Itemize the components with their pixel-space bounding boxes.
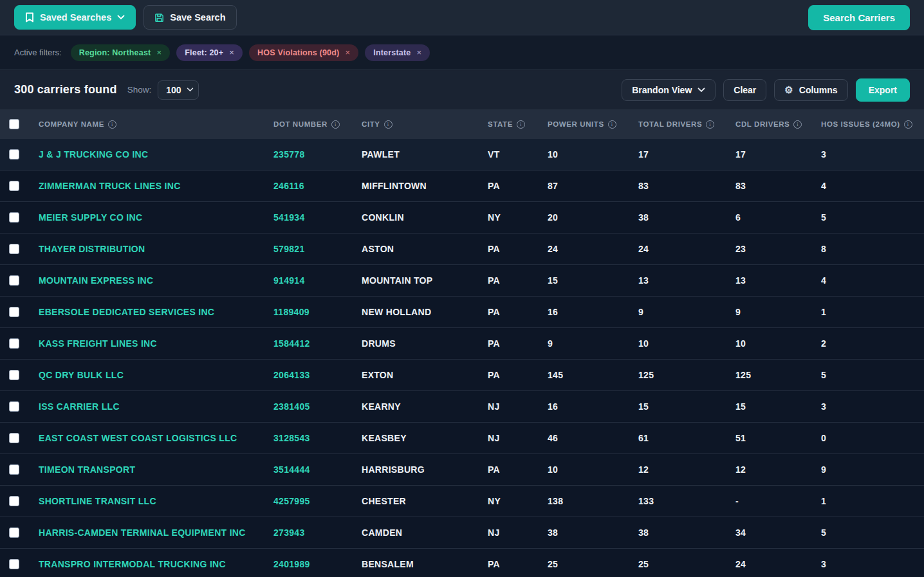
- dot-number-link[interactable]: 2064133: [273, 370, 310, 380]
- info-icon[interactable]: [331, 120, 340, 129]
- column-header-hos-issues[interactable]: HOS ISSUES (24MO): [813, 120, 924, 129]
- company-name-link[interactable]: TIMEON TRANSPORT: [39, 464, 135, 475]
- city-cell: HARRISBURG: [354, 464, 480, 475]
- info-icon[interactable]: [384, 120, 393, 129]
- company-name-link[interactable]: HARRIS-CAMDEN TERMINAL EQUIPMENT INC: [39, 527, 246, 538]
- company-name-link[interactable]: ISS CARRIER LLC: [39, 401, 120, 412]
- saved-searches-button[interactable]: Saved Searches: [14, 5, 136, 30]
- info-icon[interactable]: [108, 120, 116, 129]
- view-selector-button[interactable]: Brandon View: [622, 79, 716, 101]
- row-checkbox[interactable]: [9, 338, 19, 349]
- remove-filter-icon[interactable]: ×: [345, 48, 350, 57]
- row-checkbox[interactable]: [9, 149, 19, 160]
- dot-number-link[interactable]: 1584412: [273, 338, 310, 349]
- company-name-link[interactable]: KASS FREIGHT LINES INC: [39, 338, 157, 349]
- export-label: Export: [869, 85, 897, 95]
- column-header-total-drivers[interactable]: TOTAL DRIVERS: [631, 120, 728, 129]
- company-name-link[interactable]: J & J TRUCKING CO INC: [39, 149, 148, 160]
- hos-issues-cell: 3: [813, 559, 924, 569]
- power-units-cell: 16: [540, 401, 631, 412]
- dot-number-link[interactable]: 3128543: [273, 433, 310, 443]
- dot-number-link[interactable]: 4257995: [273, 496, 310, 506]
- row-checkbox[interactable]: [9, 496, 19, 506]
- dot-number-link[interactable]: 273943: [273, 527, 305, 538]
- company-name-link[interactable]: EBERSOLE DEDICATED SERVICES INC: [39, 307, 214, 317]
- row-checkbox[interactable]: [9, 433, 19, 443]
- export-button[interactable]: Export: [856, 78, 910, 102]
- row-checkbox[interactable]: [9, 275, 19, 286]
- company-name-link[interactable]: MOUNTAIN EXPRESS INC: [39, 275, 153, 286]
- dot-number-link[interactable]: 1189409: [273, 307, 310, 317]
- row-checkbox-cell: [0, 527, 31, 538]
- total-drivers-cell: 13: [631, 275, 728, 286]
- total-drivers-cell: 15: [631, 401, 728, 412]
- column-header-company-name[interactable]: COMPANY NAME: [31, 120, 266, 129]
- info-icon[interactable]: [793, 120, 802, 129]
- remove-filter-icon[interactable]: ×: [229, 48, 234, 57]
- city-cell: CAMDEN: [354, 527, 480, 538]
- row-checkbox[interactable]: [9, 527, 19, 538]
- dot-number-link[interactable]: 914914: [273, 275, 305, 286]
- company-name-link[interactable]: MEIER SUPPLY CO INC: [39, 212, 142, 223]
- hos-issues-cell: 5: [813, 527, 924, 538]
- dot-number-link[interactable]: 2381405: [273, 401, 310, 412]
- row-checkbox[interactable]: [9, 181, 19, 191]
- row-checkbox[interactable]: [9, 559, 19, 569]
- remove-filter-icon[interactable]: ×: [417, 48, 422, 57]
- table-row: TIMEON TRANSPORT 3514444 HARRISBURG PA 1…: [0, 454, 924, 486]
- cdl-drivers-cell: 125: [728, 370, 813, 380]
- filter-chip-label: Interstate: [373, 48, 411, 57]
- column-header-power-units[interactable]: POWER UNITS: [540, 120, 631, 129]
- dot-number-link[interactable]: 246116: [273, 181, 304, 191]
- row-checkbox[interactable]: [9, 244, 19, 254]
- row-checkbox[interactable]: [9, 464, 19, 475]
- row-checkbox[interactable]: [9, 212, 19, 223]
- dot-number-link[interactable]: 2401989: [273, 559, 310, 569]
- company-name-link[interactable]: SHORTLINE TRANSIT LLC: [39, 496, 156, 506]
- row-checkbox[interactable]: [9, 370, 19, 380]
- clear-button[interactable]: Clear: [723, 79, 766, 101]
- company-name-link[interactable]: QC DRY BULK LLC: [39, 370, 124, 380]
- row-checkbox[interactable]: [9, 401, 19, 412]
- columns-button[interactable]: ⚙ Columns: [774, 79, 847, 101]
- row-checkbox[interactable]: [9, 307, 19, 317]
- column-header-dot-number[interactable]: DOT NUMBER: [266, 120, 354, 129]
- power-units-cell: 145: [540, 370, 631, 380]
- dot-number-link[interactable]: 235778: [273, 149, 305, 160]
- info-icon[interactable]: [608, 120, 616, 129]
- dot-number-link[interactable]: 541934: [273, 212, 305, 223]
- column-header-cdl-drivers[interactable]: CDL DRIVERS: [728, 120, 813, 129]
- column-header-state[interactable]: STATE: [480, 120, 540, 129]
- row-checkbox-cell: [0, 338, 31, 349]
- top-toolbar: Saved Searches Save Search Search Carrie…: [0, 0, 924, 35]
- hos-issues-cell: 8: [813, 244, 924, 254]
- search-carriers-button[interactable]: Search Carriers: [808, 5, 910, 30]
- table-row: SHORTLINE TRANSIT LLC 4257995 CHESTER NY…: [0, 486, 924, 517]
- total-drivers-cell: 12: [631, 464, 728, 475]
- select-all-checkbox[interactable]: [9, 119, 19, 129]
- company-name-link[interactable]: EAST COAST WEST COAST LOGISTICS LLC: [39, 433, 237, 443]
- cdl-drivers-cell: -: [728, 496, 813, 506]
- row-checkbox-cell: [0, 464, 31, 475]
- column-header-label: DOT NUMBER: [273, 120, 328, 128]
- info-icon[interactable]: [706, 120, 714, 129]
- row-checkbox-cell: [0, 559, 31, 569]
- column-header-city[interactable]: CITY: [354, 120, 480, 129]
- total-drivers-cell: 133: [631, 496, 728, 506]
- chevron-down-icon: [698, 87, 705, 93]
- city-cell: PAWLET: [354, 149, 480, 160]
- total-drivers-cell: 24: [631, 244, 728, 254]
- company-name-link[interactable]: ZIMMERMAN TRUCK LINES INC: [39, 181, 181, 191]
- page-size-select[interactable]: 100: [158, 80, 199, 100]
- info-icon[interactable]: [904, 120, 912, 129]
- remove-filter-icon[interactable]: ×: [156, 48, 162, 57]
- save-search-button[interactable]: Save Search: [143, 5, 236, 30]
- row-checkbox-cell: [0, 244, 31, 254]
- company-name-link[interactable]: TRANSPRO INTERMODAL TRUCKING INC: [39, 559, 226, 569]
- table-row: MEIER SUPPLY CO INC 541934 CONKLIN NY 20…: [0, 202, 924, 234]
- dot-number-link[interactable]: 579821: [273, 244, 305, 254]
- company-name-link[interactable]: THAYER DISTRIBUTION: [39, 244, 145, 254]
- info-icon[interactable]: [517, 120, 525, 129]
- row-checkbox-cell: [0, 370, 31, 380]
- dot-number-link[interactable]: 3514444: [273, 464, 310, 475]
